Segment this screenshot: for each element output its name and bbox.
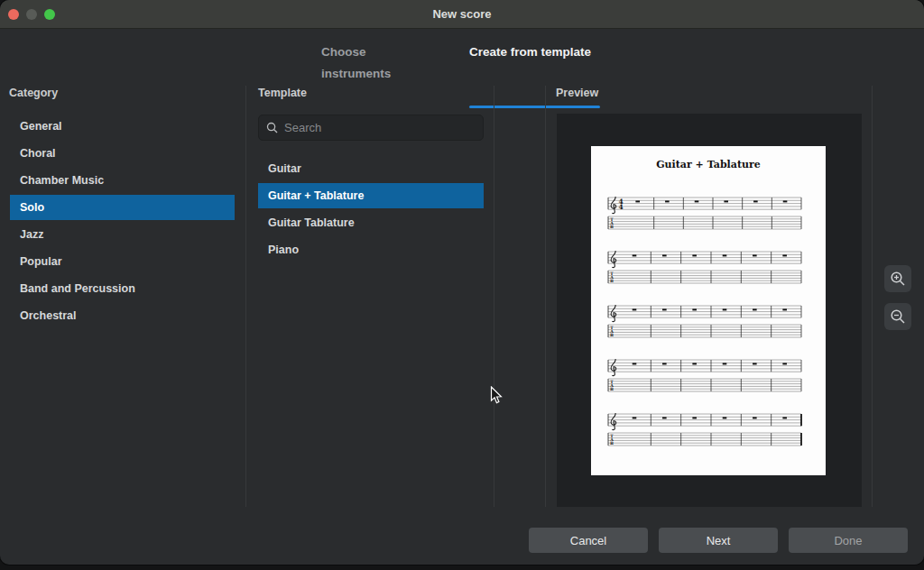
svg-text:4: 4 — [618, 203, 623, 211]
tab-create-from-template[interactable]: Create from template — [469, 41, 601, 63]
search-icon — [266, 122, 278, 133]
template-header: Template — [258, 87, 307, 99]
category-item-popular[interactable]: Popular — [10, 249, 235, 274]
zoom-in-button[interactable] — [884, 265, 911, 292]
category-item-jazz[interactable]: Jazz — [10, 222, 235, 247]
svg-text:7: 7 — [607, 251, 611, 252]
zoom-out-icon — [889, 308, 907, 326]
done-button[interactable]: Done — [789, 528, 908, 553]
score-system: 19TAB — [591, 359, 826, 397]
svg-text:B: B — [610, 387, 614, 391]
window-title: New score — [0, 0, 924, 29]
dialog-tabs: Choose instruments Create from template — [0, 41, 924, 70]
score-system: 7TAB — [591, 251, 826, 289]
score-system: 13TAB — [591, 305, 826, 343]
template-item-guitar-tablature[interactable]: Guitar Tablature — [258, 210, 484, 235]
svg-text:B: B — [610, 441, 614, 446]
score-system: 44TAB — [591, 197, 826, 234]
svg-text:B: B — [610, 225, 614, 229]
titlebar[interactable]: New score — [0, 0, 924, 29]
category-item-orchestral[interactable]: Orchestral — [10, 303, 235, 328]
zoom-out-button[interactable] — [884, 303, 911, 330]
zoom-in-icon — [889, 270, 907, 288]
template-search[interactable] — [258, 115, 484, 141]
score-title: Guitar + Tablature — [591, 159, 826, 170]
svg-text:B: B — [610, 279, 614, 283]
separator — [245, 86, 246, 507]
template-item-piano[interactable]: Piano — [258, 237, 484, 262]
svg-text:B: B — [610, 333, 614, 337]
category-item-choral[interactable]: Choral — [10, 141, 235, 166]
separator — [872, 86, 873, 507]
template-item-guitar-plus-tablature[interactable]: Guitar + Tablature — [258, 183, 484, 208]
category-item-solo[interactable]: Solo — [10, 195, 235, 220]
cancel-button[interactable]: Cancel — [529, 528, 648, 553]
preview-header: Preview — [556, 87, 598, 99]
next-button[interactable]: Next — [659, 528, 778, 553]
category-item-general[interactable]: General — [10, 114, 235, 139]
score-system: 25TAB — [591, 413, 826, 451]
category-header: Category — [9, 87, 58, 99]
svg-text:13: 13 — [607, 305, 614, 306]
tab-choose-instruments[interactable]: Choose instruments — [321, 41, 439, 63]
new-score-dialog: New score Choose instruments Create from… — [0, 0, 924, 565]
score-page-preview: Guitar + Tablature 44TAB7TAB13TAB19TAB25… — [591, 146, 826, 475]
preview-area: Guitar + Tablature 44TAB7TAB13TAB19TAB25… — [557, 114, 862, 507]
active-tab-underline — [469, 106, 600, 108]
search-input[interactable] — [284, 121, 476, 134]
category-item-band-and-percussion[interactable]: Band and Percussion — [10, 276, 235, 301]
separator — [545, 86, 546, 507]
svg-text:25: 25 — [607, 413, 614, 414]
template-item-guitar[interactable]: Guitar — [258, 156, 484, 181]
separator — [494, 86, 494, 507]
category-item-chamber-music[interactable]: Chamber Music — [10, 168, 235, 193]
svg-text:19: 19 — [607, 359, 614, 360]
